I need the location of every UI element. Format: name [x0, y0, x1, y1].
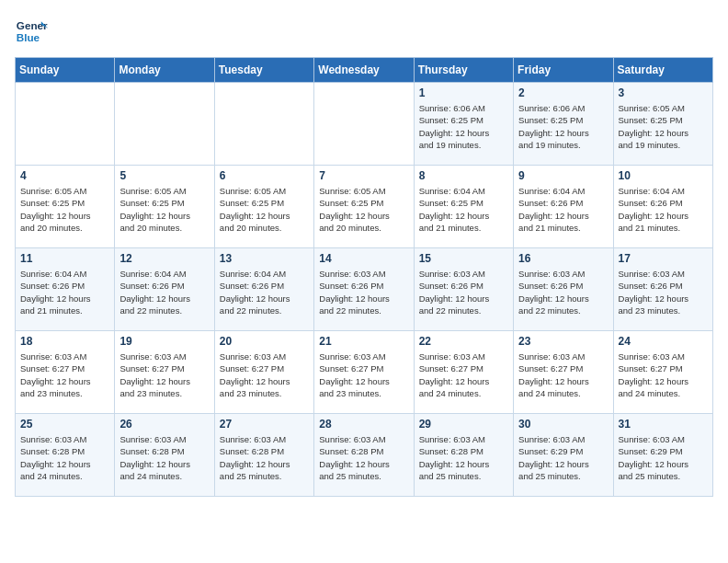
calendar-cell: 9Sunrise: 6:04 AM Sunset: 6:26 PM Daylig…	[514, 166, 613, 248]
day-number: 3	[619, 86, 708, 99]
day-info: Sunrise: 6:04 AM Sunset: 6:25 PM Dayligh…	[419, 185, 508, 234]
day-number: 14	[319, 252, 408, 265]
day-number: 28	[319, 418, 408, 431]
day-info: Sunrise: 6:03 AM Sunset: 6:27 PM Dayligh…	[619, 350, 708, 399]
weekday-header: Tuesday	[214, 58, 313, 83]
calendar-cell: 28Sunrise: 6:03 AM Sunset: 6:28 PM Dayli…	[314, 414, 414, 497]
weekday-header: Thursday	[414, 58, 513, 83]
day-info: Sunrise: 6:06 AM Sunset: 6:25 PM Dayligh…	[518, 102, 608, 151]
day-info: Sunrise: 6:03 AM Sunset: 6:27 PM Dayligh…	[20, 350, 109, 399]
weekday-header: Monday	[115, 58, 214, 83]
calendar-cell: 19Sunrise: 6:03 AM Sunset: 6:27 PM Dayli…	[115, 331, 214, 414]
day-info: Sunrise: 6:04 AM Sunset: 6:26 PM Dayligh…	[20, 268, 109, 316]
day-info: Sunrise: 6:03 AM Sunset: 6:27 PM Dayligh…	[518, 350, 608, 399]
day-info: Sunrise: 6:03 AM Sunset: 6:29 PM Dayligh…	[619, 433, 708, 482]
day-info: Sunrise: 6:03 AM Sunset: 6:27 PM Dayligh…	[319, 350, 408, 399]
calendar-week-row: 18Sunrise: 6:03 AM Sunset: 6:27 PM Dayli…	[16, 331, 713, 414]
day-number: 2	[518, 86, 608, 99]
calendar-cell: 31Sunrise: 6:03 AM Sunset: 6:29 PM Dayli…	[613, 414, 712, 497]
calendar-cell: 27Sunrise: 6:03 AM Sunset: 6:28 PM Dayli…	[214, 414, 313, 497]
calendar-cell: 26Sunrise: 6:03 AM Sunset: 6:28 PM Dayli…	[115, 414, 214, 497]
calendar-cell	[115, 83, 214, 166]
day-info: Sunrise: 6:05 AM Sunset: 6:25 PM Dayligh…	[119, 185, 209, 234]
calendar-cell: 25Sunrise: 6:03 AM Sunset: 6:28 PM Dayli…	[16, 414, 115, 497]
calendar-table: SundayMondayTuesdayWednesdayThursdayFrid…	[15, 57, 713, 497]
day-info: Sunrise: 6:04 AM Sunset: 6:26 PM Dayligh…	[619, 185, 708, 234]
calendar-cell: 6Sunrise: 6:05 AM Sunset: 6:25 PM Daylig…	[214, 166, 313, 248]
calendar-header: SundayMondayTuesdayWednesdayThursdayFrid…	[16, 58, 713, 83]
day-info: Sunrise: 6:04 AM Sunset: 6:26 PM Dayligh…	[220, 268, 309, 316]
day-info: Sunrise: 6:04 AM Sunset: 6:26 PM Dayligh…	[518, 185, 608, 234]
day-info: Sunrise: 6:05 AM Sunset: 6:25 PM Dayligh…	[619, 102, 708, 151]
weekday-header: Friday	[514, 58, 613, 83]
calendar-cell: 21Sunrise: 6:03 AM Sunset: 6:27 PM Dayli…	[314, 331, 414, 414]
calendar-cell: 30Sunrise: 6:03 AM Sunset: 6:29 PM Dayli…	[514, 414, 613, 497]
calendar-cell: 23Sunrise: 6:03 AM Sunset: 6:27 PM Dayli…	[514, 331, 613, 414]
day-number: 26	[119, 418, 209, 431]
day-number: 4	[20, 169, 109, 182]
weekday-header: Sunday	[16, 58, 115, 83]
calendar-cell: 3Sunrise: 6:05 AM Sunset: 6:25 PM Daylig…	[613, 83, 712, 166]
svg-text:Blue: Blue	[17, 31, 40, 43]
day-number: 5	[119, 169, 209, 182]
calendar-cell: 11Sunrise: 6:04 AM Sunset: 6:26 PM Dayli…	[16, 248, 115, 331]
day-number: 18	[20, 335, 109, 348]
day-number: 25	[20, 418, 109, 431]
day-info: Sunrise: 6:03 AM Sunset: 6:28 PM Dayligh…	[20, 433, 109, 482]
day-number: 30	[518, 418, 608, 431]
calendar-cell: 8Sunrise: 6:04 AM Sunset: 6:25 PM Daylig…	[414, 166, 513, 248]
calendar-cell	[16, 83, 115, 166]
day-number: 31	[619, 418, 708, 431]
day-info: Sunrise: 6:05 AM Sunset: 6:25 PM Dayligh…	[220, 185, 309, 234]
day-number: 21	[319, 335, 408, 348]
day-number: 27	[220, 418, 309, 431]
calendar-week-row: 11Sunrise: 6:04 AM Sunset: 6:26 PM Dayli…	[16, 248, 713, 331]
calendar-cell: 29Sunrise: 6:03 AM Sunset: 6:28 PM Dayli…	[414, 414, 513, 497]
day-number: 1	[419, 86, 508, 99]
calendar-cell: 2Sunrise: 6:06 AM Sunset: 6:25 PM Daylig…	[514, 83, 613, 166]
day-info: Sunrise: 6:03 AM Sunset: 6:26 PM Dayligh…	[619, 268, 708, 316]
logo: General Blue	[15, 15, 48, 48]
day-info: Sunrise: 6:05 AM Sunset: 6:25 PM Dayligh…	[20, 185, 109, 234]
calendar-week-row: 4Sunrise: 6:05 AM Sunset: 6:25 PM Daylig…	[16, 166, 713, 248]
calendar-week-row: 1Sunrise: 6:06 AM Sunset: 6:25 PM Daylig…	[16, 83, 713, 166]
day-number: 7	[319, 169, 408, 182]
weekday-header: Saturday	[613, 58, 712, 83]
day-number: 10	[619, 169, 708, 182]
calendar-cell: 4Sunrise: 6:05 AM Sunset: 6:25 PM Daylig…	[16, 166, 115, 248]
day-number: 24	[619, 335, 708, 348]
day-number: 11	[20, 252, 109, 265]
day-info: Sunrise: 6:03 AM Sunset: 6:28 PM Dayligh…	[319, 433, 408, 482]
day-info: Sunrise: 6:03 AM Sunset: 6:27 PM Dayligh…	[419, 350, 508, 399]
day-number: 22	[419, 335, 508, 348]
calendar-cell: 13Sunrise: 6:04 AM Sunset: 6:26 PM Dayli…	[214, 248, 313, 331]
day-number: 13	[220, 252, 309, 265]
day-number: 20	[220, 335, 309, 348]
calendar-cell: 1Sunrise: 6:06 AM Sunset: 6:25 PM Daylig…	[414, 83, 513, 166]
calendar-cell: 12Sunrise: 6:04 AM Sunset: 6:26 PM Dayli…	[115, 248, 214, 331]
day-info: Sunrise: 6:03 AM Sunset: 6:27 PM Dayligh…	[220, 350, 309, 399]
calendar-cell: 7Sunrise: 6:05 AM Sunset: 6:25 PM Daylig…	[314, 166, 414, 248]
calendar-week-row: 25Sunrise: 6:03 AM Sunset: 6:28 PM Dayli…	[16, 414, 713, 497]
day-info: Sunrise: 6:06 AM Sunset: 6:25 PM Dayligh…	[419, 102, 508, 151]
calendar-cell	[314, 83, 414, 166]
weekday-header: Wednesday	[314, 58, 414, 83]
day-number: 8	[419, 169, 508, 182]
day-number: 16	[518, 252, 608, 265]
calendar-cell: 10Sunrise: 6:04 AM Sunset: 6:26 PM Dayli…	[613, 166, 712, 248]
day-number: 6	[220, 169, 309, 182]
calendar-cell: 16Sunrise: 6:03 AM Sunset: 6:26 PM Dayli…	[514, 248, 613, 331]
day-number: 12	[119, 252, 209, 265]
day-info: Sunrise: 6:03 AM Sunset: 6:26 PM Dayligh…	[518, 268, 608, 316]
day-number: 9	[518, 169, 608, 182]
day-info: Sunrise: 6:03 AM Sunset: 6:28 PM Dayligh…	[220, 433, 309, 482]
day-info: Sunrise: 6:03 AM Sunset: 6:28 PM Dayligh…	[419, 433, 508, 482]
calendar-cell: 15Sunrise: 6:03 AM Sunset: 6:26 PM Dayli…	[414, 248, 513, 331]
day-info: Sunrise: 6:03 AM Sunset: 6:28 PM Dayligh…	[119, 433, 209, 482]
day-number: 15	[419, 252, 508, 265]
calendar-cell: 20Sunrise: 6:03 AM Sunset: 6:27 PM Dayli…	[214, 331, 313, 414]
day-info: Sunrise: 6:04 AM Sunset: 6:26 PM Dayligh…	[119, 268, 209, 316]
calendar-cell: 17Sunrise: 6:03 AM Sunset: 6:26 PM Dayli…	[613, 248, 712, 331]
day-number: 29	[419, 418, 508, 431]
calendar-cell: 22Sunrise: 6:03 AM Sunset: 6:27 PM Dayli…	[414, 331, 513, 414]
